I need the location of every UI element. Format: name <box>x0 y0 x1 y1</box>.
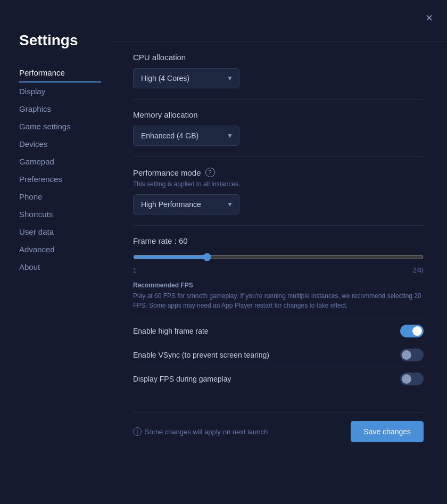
divider-2 <box>133 156 424 157</box>
footer: i Some changes will apply on next launch… <box>133 412 424 451</box>
memory-allocation-select[interactable]: Standard (2 GB) Enhanced (4 GB) High (6 … <box>133 126 239 146</box>
sidebar-item-game-settings[interactable]: Game settings <box>19 118 101 135</box>
frame-rate-separator: : <box>175 236 179 245</box>
performance-mode-wrapper: Balanced High Performance Ultra Performa… <box>133 194 239 214</box>
memory-allocation-section: Memory allocation Standard (2 GB) Enhanc… <box>133 110 424 146</box>
slider-max: 240 <box>413 267 424 274</box>
frame-rate-value: 60 <box>179 236 188 245</box>
slider-range-labels: 1 240 <box>133 267 424 274</box>
memory-allocation-label: Memory allocation <box>133 110 424 119</box>
frame-rate-slider-container <box>133 253 424 263</box>
frame-rate-slider[interactable] <box>133 253 424 261</box>
cpu-allocation-label: CPU allocation <box>133 53 424 62</box>
sidebar: Settings Performance Display Graphics Ga… <box>0 32 112 504</box>
sidebar-item-graphics[interactable]: Graphics <box>19 100 101 118</box>
cpu-allocation-section: CPU allocation Low (1 Core) Medium (2 Co… <box>133 53 424 88</box>
fps-display-toggle[interactable] <box>400 373 424 385</box>
slider-min: 1 <box>133 267 137 274</box>
performance-mode-select[interactable]: Balanced High Performance Ultra Performa… <box>133 194 239 214</box>
sidebar-nav: Performance Display Graphics Game settin… <box>19 64 101 276</box>
sidebar-item-display[interactable]: Display <box>19 82 101 100</box>
performance-mode-subtitle: This setting is applied to all instances… <box>133 180 424 188</box>
main-content: CPU allocation Low (1 Core) Medium (2 Co… <box>112 42 447 504</box>
footer-note-text: Some changes will apply on next launch <box>145 428 268 436</box>
sidebar-item-advanced[interactable]: Advanced <box>19 241 101 258</box>
cpu-allocation-wrapper: Low (1 Core) Medium (2 Cores) High (4 Co… <box>133 68 239 88</box>
footer-note: i Some changes will apply on next launch <box>133 427 268 436</box>
sidebar-item-performance[interactable]: Performance <box>19 64 101 82</box>
save-changes-button[interactable]: Save changes <box>351 421 424 442</box>
toggle-row-high-frame-rate: Enable high frame rate <box>133 319 424 343</box>
sidebar-item-user-data[interactable]: User data <box>19 223 101 241</box>
recommended-fps-text: Play at 60 FPS for smooth gameplay. If y… <box>133 291 424 310</box>
high-frame-rate-toggle[interactable] <box>400 325 424 337</box>
memory-allocation-wrapper: Standard (2 GB) Enhanced (4 GB) High (6 … <box>133 126 239 146</box>
toggle-row-fps-display: Display FPS during gameplay <box>133 367 424 391</box>
high-frame-rate-label: Enable high frame rate <box>133 327 209 335</box>
recommended-fps-title: Recommended FPS <box>133 282 424 289</box>
fps-display-slider <box>400 373 424 385</box>
settings-container: Settings Performance Display Graphics Ga… <box>0 0 447 504</box>
cpu-allocation-select[interactable]: Low (1 Core) Medium (2 Cores) High (4 Co… <box>133 68 239 88</box>
sidebar-item-about[interactable]: About <box>19 258 101 276</box>
sidebar-item-preferences[interactable]: Preferences <box>19 170 101 188</box>
settings-title: Settings <box>19 32 101 49</box>
fps-display-label: Display FPS during gameplay <box>133 375 231 383</box>
vsync-toggle[interactable] <box>400 349 424 361</box>
sidebar-item-shortcuts[interactable]: Shortcuts <box>19 205 101 223</box>
toggle-row-vsync: Enable VSync (to prevent screen tearing) <box>133 343 424 367</box>
performance-mode-label: Performance mode <box>133 168 201 177</box>
high-frame-rate-slider <box>400 325 424 337</box>
sidebar-item-phone[interactable]: Phone <box>19 188 101 205</box>
sidebar-item-gamepad[interactable]: Gamepad <box>19 153 101 170</box>
info-icon: i <box>133 427 142 436</box>
frame-rate-section: Frame rate : 60 1 240 Recommended FPS Pl… <box>133 236 424 391</box>
frame-rate-title: Frame rate <box>133 236 172 245</box>
vsync-slider <box>400 349 424 361</box>
divider-1 <box>133 99 424 100</box>
close-button[interactable]: ✕ <box>421 11 436 26</box>
performance-mode-section: Performance mode ? This setting is appli… <box>133 168 424 214</box>
frame-rate-label: Frame rate : 60 <box>133 236 424 245</box>
help-icon[interactable]: ? <box>205 168 215 177</box>
divider-3 <box>133 225 424 226</box>
sidebar-item-devices[interactable]: Devices <box>19 135 101 153</box>
content-scroll: CPU allocation Low (1 Core) Medium (2 Co… <box>133 53 426 461</box>
vsync-label: Enable VSync (to prevent screen tearing) <box>133 351 269 359</box>
perf-mode-label-row: Performance mode ? <box>133 168 424 177</box>
